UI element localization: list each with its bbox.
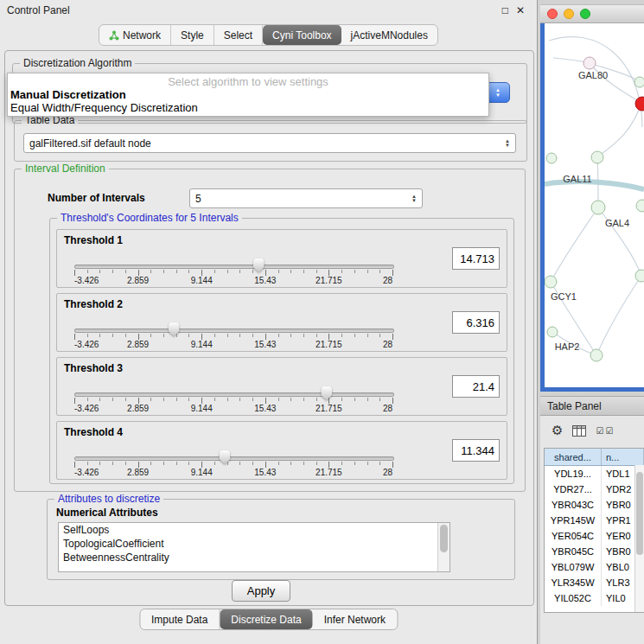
node-table: shared... n... YDL19... YDL1 YDR27... YD… (544, 448, 644, 613)
dropdown-option-manual-discretization[interactable]: Manual Discretization (8, 88, 488, 101)
node-label: GAL4 (605, 218, 629, 228)
threshold-3-box: Threshold 3 -3.426 2.859 9.144 15.43 21.… (56, 357, 507, 416)
network-node-selected[interactable] (635, 97, 644, 111)
discretization-algorithm-group-title: Discretization Algorithm (20, 57, 135, 69)
table-row[interactable]: YDR27... YDR2 (545, 481, 644, 497)
network-edges[interactable] (549, 37, 642, 355)
control-panel-window: Control Panel □ ✕ Network Style Select C… (0, 0, 538, 644)
network-node[interactable] (636, 200, 644, 212)
zoom-button[interactable] (580, 9, 590, 19)
table-scrollbar[interactable] (634, 465, 644, 612)
tab-cyni-toolbox[interactable]: Cyni Toolbox (263, 25, 341, 45)
network-canvas[interactable]: GAL80 GAL11 GAL4 GCY1 HAP2 (540, 23, 644, 392)
column-header-name[interactable]: n... (602, 449, 644, 465)
threshold-4-slider[interactable] (74, 456, 394, 461)
slider-scale: -3.426 2.859 9.144 15.43 21.715 28 (74, 340, 392, 349)
network-node[interactable] (547, 327, 558, 337)
window-title: Control Panel (7, 4, 70, 16)
tab-style[interactable]: Style (171, 25, 214, 45)
table-panel-titlebar: Table Panel (540, 396, 644, 416)
slider-scale: -3.426 2.859 9.144 15.43 21.715 28 (74, 468, 392, 477)
checkbox-icon[interactable]: ☑ (596, 426, 603, 436)
slider-major-ticks (74, 270, 393, 276)
table-data-group: Table Data galFiltered.sif default node … (14, 120, 527, 162)
threshold-2-value-field[interactable]: 6.316 (452, 311, 500, 334)
minimize-button[interactable] (564, 9, 574, 19)
threshold-4-label: Threshold 4 (64, 426, 123, 438)
node-label: GAL11 (563, 174, 591, 184)
threshold-1-slider[interactable] (74, 265, 394, 269)
algorithm-dropdown-placeholder: Select algorithm to view settings (8, 75, 488, 88)
tab-jactivemodules[interactable]: jActiveMNodules (341, 25, 437, 45)
columns-icon[interactable] (572, 425, 586, 437)
table-row[interactable]: YIL052C YIL0 (545, 590, 644, 606)
close-button[interactable] (547, 9, 558, 19)
slider-scale: -3.426 2.859 9.144 15.43 21.715 28 (74, 404, 392, 413)
column-header-shared-name[interactable]: shared... (545, 449, 602, 465)
tab-impute-data[interactable]: Impute Data (140, 609, 220, 629)
slider-major-ticks (74, 462, 393, 468)
network-node[interactable] (590, 349, 603, 361)
network-node[interactable] (545, 276, 557, 288)
table-panel-title: Table Panel (547, 400, 602, 412)
list-item[interactable]: BetweennessCentrality (59, 551, 450, 564)
threshold-2-label: Threshold 2 (64, 298, 123, 310)
scrollbar-thumb[interactable] (440, 525, 448, 552)
list-item[interactable]: TopologicalCoefficient (59, 537, 450, 551)
attributes-group-title: Attributes to discretize (54, 493, 163, 505)
network-node[interactable] (635, 270, 644, 282)
dropdown-option-equal-width[interactable]: Equal Width/Frequency Discretization (8, 101, 488, 114)
tab-discretize-data[interactable]: Discretize Data (220, 609, 312, 629)
list-item[interactable]: SelfLoops (59, 523, 450, 537)
network-node[interactable] (591, 201, 605, 214)
tab-select[interactable]: Select (214, 25, 263, 45)
number-of-intervals-label: Number of Intervals (48, 192, 145, 204)
numerical-attributes-list: SelfLoops TopologicalCoefficient Between… (58, 522, 450, 572)
checkbox-icon[interactable]: ☑ (605, 426, 613, 436)
node-label: GCY1 (551, 291, 577, 302)
table-row[interactable]: YBR045C YBR0 (545, 544, 644, 559)
table-row[interactable]: YER054C YER0 (545, 528, 644, 544)
attributes-group: Attributes to discretize Numerical Attri… (47, 499, 515, 580)
threshold-1-value-field[interactable]: 14.713 (452, 247, 500, 270)
threshold-3-value-field[interactable]: 21.4 (452, 375, 500, 398)
float-window-icon[interactable]: □ (502, 4, 508, 16)
table-data-combobox[interactable]: galFiltered.sif default node ▲▼ (23, 133, 516, 153)
bottom-tabbar: Impute Data Discretize Data Infer Networ… (139, 609, 398, 630)
table-panel: Table Panel ⚙ ☑ ☑ shared... n... YDL19..… (540, 396, 644, 644)
number-of-intervals-combobox[interactable]: 5 ▲▼ (189, 188, 423, 208)
table-header-row: shared... n... (545, 449, 644, 466)
tab-network[interactable]: Network (99, 25, 171, 45)
top-tabbar: Network Style Select Cyni Toolbox jActiv… (0, 24, 537, 46)
interval-definition-group-title: Interval Definition (22, 163, 109, 175)
network-node[interactable] (546, 153, 557, 163)
algorithm-combobox-stepper[interactable]: ▲ ▼ (486, 82, 510, 103)
threshold-2-slider[interactable] (74, 328, 394, 333)
cyni-toolbox-panel: Discretization Algorithm ▲ ▼ Table Data … (4, 50, 534, 606)
scrollbar-thumb[interactable] (636, 472, 643, 555)
network-node[interactable] (583, 57, 596, 69)
network-edge-highlighted[interactable] (545, 182, 644, 189)
network-node-labels: GAL80 GAL11 GAL4 GCY1 HAP2 (551, 70, 629, 352)
threshold-2-box: Threshold 2 -3.426 2.859 9.144 15.43 21.… (56, 293, 507, 352)
attributes-list-scrollbar[interactable] (437, 523, 450, 571)
stepper-down-icon: ▼ (495, 92, 501, 98)
network-node[interactable] (634, 77, 644, 87)
algorithm-dropdown-popup: Select algorithm to view settings Manual… (7, 73, 489, 117)
network-node[interactable] (591, 151, 603, 163)
tab-infer-network[interactable]: Infer Network (313, 609, 397, 629)
apply-button[interactable]: Apply (232, 580, 290, 602)
threshold-4-value-field[interactable]: 11.344 (452, 439, 500, 462)
control-panel-titlebar: Control Panel □ ✕ (0, 0, 537, 21)
number-of-intervals-value: 5 (195, 193, 201, 205)
table-row[interactable]: YPR145W YPR1 (545, 513, 644, 528)
close-window-icon[interactable]: ✕ (516, 4, 525, 16)
threshold-3-slider[interactable] (74, 392, 394, 397)
threshold-1-box: Threshold 1 -3.426 2.859 9.144 15.43 21.… (56, 229, 507, 288)
table-row[interactable]: YDL19... YDL1 (545, 466, 644, 481)
gear-icon[interactable]: ⚙ (552, 423, 563, 438)
table-row[interactable]: YLR345W YLR3 (545, 575, 644, 590)
network-tab-icon (109, 30, 119, 41)
table-row[interactable]: YBL079W YBL0 (545, 559, 644, 575)
table-row[interactable]: YBR043C YBR0 (545, 497, 644, 513)
